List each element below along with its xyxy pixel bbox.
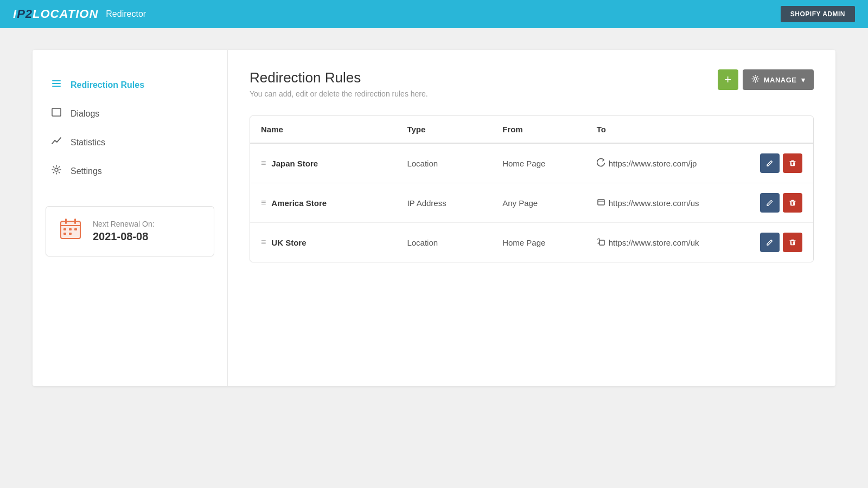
delete-button-1[interactable] [783,193,802,213]
svg-rect-16 [598,200,604,205]
edit-button-1[interactable] [760,193,780,213]
sidebar-label-dialogs: Dialogs [71,109,99,119]
page-subtitle: You can add, edit or delete the redirect… [250,89,428,98]
table-header-row: Name Type From To [250,116,813,143]
svg-rect-11 [69,228,72,230]
svg-rect-14 [69,233,72,235]
col-actions [749,116,813,143]
cell-to-2: https://www.store.com/uk [586,223,749,262]
cell-actions-1 [749,183,813,223]
to-type-icon [597,237,605,248]
cell-to-1: https://www.store.com/us [586,183,749,223]
manage-button[interactable]: MANAGE ▾ [743,69,814,90]
cell-name-0: ≡ Japan Store [250,143,396,183]
svg-rect-12 [74,228,77,230]
svg-rect-1 [52,83,61,84]
delete-button-2[interactable] [783,233,802,252]
cell-actions-0 [749,143,813,183]
svg-rect-10 [63,228,66,230]
sidebar-item-statistics[interactable]: Statistics [46,129,214,156]
statistics-icon [50,136,63,149]
svg-rect-3 [52,108,61,116]
app-name: Redirector [106,9,146,19]
svg-point-4 [55,168,58,171]
content-header: Redirection Rules You can add, edit or d… [250,69,814,98]
svg-rect-0 [52,80,61,81]
cell-from-2: Home Page [492,223,586,262]
renewal-label: Next Renewal On: [93,220,155,228]
cell-actions-2 [749,223,813,262]
svg-rect-13 [63,233,66,235]
col-from: From [492,116,586,143]
sidebar-item-redirection-rules[interactable]: Redirection Rules [46,72,214,98]
table-body: ≡ Japan Store Location Home Page https:/… [250,143,813,262]
svg-point-15 [754,78,757,80]
cell-type-0: Location [396,143,492,183]
to-type-icon [597,158,605,169]
svg-rect-8 [65,219,67,224]
edit-button-2[interactable] [760,233,780,252]
header-left: IP2LOCATION Redirector [13,7,146,21]
rules-table: Name Type From To ≡ Japan Store Location… [250,116,813,262]
settings-icon [50,164,63,178]
page-title: Redirection Rules [250,69,428,86]
col-type: Type [396,116,492,143]
list-icon [50,78,63,92]
col-to: To [586,116,749,143]
manage-label: MANAGE [764,76,797,84]
sidebar-item-dialogs[interactable]: Dialogs [46,100,214,127]
dialogs-icon [50,107,63,120]
table-row: ≡ Japan Store Location Home Page https:/… [250,143,813,183]
sidebar-label-settings: Settings [71,166,102,176]
cell-type-1: IP Address [396,183,492,223]
sidebar-item-settings[interactable]: Settings [46,158,214,184]
cell-from-0: Home Page [492,143,586,183]
main-card: Redirection Rules Dialogs Statistics [33,50,835,386]
svg-rect-18 [599,240,604,245]
delete-button-0[interactable] [783,153,802,173]
app-header: IP2LOCATION Redirector SHOPIFY ADMIN [0,0,868,28]
calendar-icon [59,217,82,245]
edit-button-0[interactable] [760,153,780,173]
drag-handle-icon: ≡ [261,158,266,168]
table-header: Name Type From To [250,116,813,143]
cell-from-1: Any Page [492,183,586,223]
cell-name-1: ≡ America Store [250,183,396,223]
sidebar-label-redirection-rules: Redirection Rules [71,80,144,90]
main-content: Redirection Rules You can add, edit or d… [228,50,835,386]
col-name: Name [250,116,396,143]
renewal-card: Next Renewal On: 2021-08-08 [46,206,214,256]
svg-rect-2 [52,86,61,87]
svg-rect-9 [74,219,76,224]
renewal-date: 2021-08-08 [93,230,155,243]
sidebar-label-statistics: Statistics [71,138,105,147]
main-wrapper: Redirection Rules Dialogs Statistics [0,28,868,408]
shopify-admin-button[interactable]: SHOPIFY ADMIN [781,6,855,22]
add-rule-button[interactable]: + [718,69,738,90]
cell-type-2: Location [396,223,492,262]
drag-handle-icon: ≡ [261,237,266,247]
renewal-info: Next Renewal On: 2021-08-08 [93,220,155,243]
sidebar: Redirection Rules Dialogs Statistics [33,50,228,386]
svg-rect-7 [61,225,80,226]
table-row: ≡ America Store IP Address Any Page http… [250,183,813,223]
rules-table-container: Name Type From To ≡ Japan Store Location… [250,115,814,262]
app-logo: IP2LOCATION [13,7,98,21]
content-title-block: Redirection Rules You can add, edit or d… [250,69,428,98]
dropdown-arrow-icon: ▾ [801,76,806,84]
drag-handle-icon: ≡ [261,198,266,208]
to-type-icon [597,198,605,208]
cell-to-0: https://www.store.com/jp [586,143,749,183]
cell-name-2: ≡ UK Store [250,223,396,262]
content-actions: + MANAGE ▾ [718,69,814,90]
gear-icon [751,75,760,85]
table-row: ≡ UK Store Location Home Page https://ww… [250,223,813,262]
